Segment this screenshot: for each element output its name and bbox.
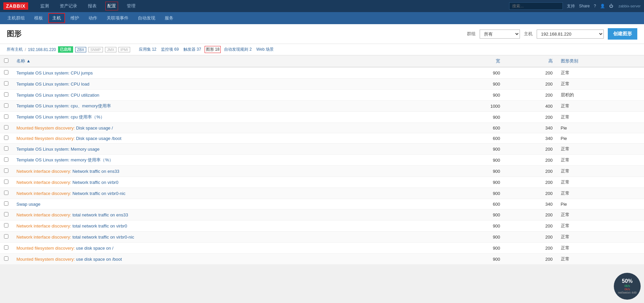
user-icon[interactable]: 👤: [600, 4, 605, 8]
name-prefix[interactable]: Template OS Linux system:: [16, 114, 71, 119]
name-link[interactable]: Network traffic on virbr0-nic: [72, 191, 125, 196]
name-link[interactable]: total network traffic on virbr0-nic: [72, 235, 134, 240]
subnav-discovery[interactable]: 自动发现: [134, 13, 159, 23]
name-link[interactable]: Disk space usage /boot: [76, 136, 121, 141]
tag-zbx: ZBX: [75, 47, 86, 52]
name-link[interactable]: Memory usage: [71, 147, 100, 152]
row-checkbox[interactable]: [4, 168, 8, 173]
row-checkbox[interactable]: [4, 191, 8, 195]
row-checkbox[interactable]: [4, 212, 8, 216]
tab-appsets[interactable]: 应用集 12: [138, 46, 158, 53]
nav-admin[interactable]: 管理: [125, 2, 138, 10]
create-graph-button[interactable]: 创建图形: [608, 28, 637, 40]
row-checkbox[interactable]: [4, 92, 8, 97]
name-link[interactable]: CPU utilization: [71, 93, 99, 98]
col-type[interactable]: 图形类别: [557, 55, 644, 67]
name-prefix[interactable]: Template OS Linux system:: [16, 103, 71, 108]
breadcrumb-all-hosts[interactable]: 所有主机: [7, 47, 23, 52]
row-checkbox[interactable]: [4, 157, 8, 162]
cell-height: 200: [504, 90, 557, 101]
subnav-templates[interactable]: 模板: [30, 13, 47, 23]
name-prefix[interactable]: Template OS Linux system:: [16, 82, 71, 87]
top-navigation: ZABBIX 监测 资产记录 报表 配置 管理 支持 Share ? 👤 ⏻ z…: [0, 0, 644, 12]
row-checkbox[interactable]: [4, 70, 8, 74]
tab-triggers[interactable]: 触发器 37: [182, 46, 203, 53]
row-checkbox[interactable]: [4, 136, 8, 140]
name-prefix[interactable]: Mounted filesystem discovery:: [16, 246, 76, 251]
cell-width: 600: [443, 123, 504, 133]
name-link[interactable]: use disk space on /boot: [76, 257, 122, 262]
row-checkbox[interactable]: [4, 114, 8, 119]
col-width[interactable]: 宽: [443, 55, 504, 67]
row-checkbox[interactable]: [4, 180, 8, 184]
breadcrumb-host[interactable]: 192.168.81.220: [28, 47, 56, 52]
cell-type: Pie: [557, 133, 644, 144]
name-link[interactable]: cpu 使用率（%）: [71, 114, 105, 119]
subnav-hostgroups[interactable]: 主机群组: [3, 13, 29, 23]
name-prefix[interactable]: Mounted filesystem discovery:: [16, 257, 76, 262]
share-link[interactable]: Share: [579, 4, 590, 8]
page-controls: 群组 所有 主机 192.168.81.220 创建图形: [467, 28, 637, 40]
support-link[interactable]: 支持: [567, 3, 575, 9]
power-icon[interactable]: ⏻: [609, 4, 613, 8]
name-link[interactable]: Network traffic on virbr0: [72, 180, 118, 185]
name-link[interactable]: total network traffic on ens33: [72, 212, 128, 217]
help-icon[interactable]: ?: [594, 4, 596, 8]
name-prefix[interactable]: Network interface discovery:: [16, 169, 72, 174]
nav-assets[interactable]: 资产记录: [58, 2, 79, 10]
search-input[interactable]: [509, 2, 563, 10]
row-checkbox[interactable]: [4, 146, 8, 151]
group-select[interactable]: 所有: [480, 30, 520, 39]
name-prefix[interactable]: Network interface discovery:: [16, 180, 72, 185]
name-prefix[interactable]: Template OS Linux system:: [16, 157, 71, 162]
tab-graphs[interactable]: 图形 18: [205, 46, 221, 53]
row-checkbox[interactable]: [4, 125, 8, 130]
name-prefix[interactable]: Template OS Linux system:: [16, 70, 71, 75]
host-select[interactable]: 192.168.81.220: [537, 30, 604, 39]
name-link[interactable]: memory 使用率（%）: [71, 157, 113, 162]
name-prefix[interactable]: Network interface discovery:: [16, 191, 72, 196]
name-prefix[interactable]: Network interface discovery:: [16, 235, 72, 240]
row-checkbox[interactable]: [4, 256, 8, 261]
name-prefix[interactable]: Template OS Linux system:: [16, 93, 71, 98]
row-checkbox[interactable]: [4, 201, 8, 206]
select-all-checkbox[interactable]: [4, 58, 8, 63]
subnav-actions[interactable]: 动作: [85, 13, 101, 23]
row-checkbox[interactable]: [4, 234, 8, 239]
nav-monitor[interactable]: 监测: [38, 2, 51, 10]
tab-web[interactable]: Web 场景: [255, 46, 275, 53]
row-checkbox[interactable]: [4, 103, 8, 108]
subnav-correlations[interactable]: 关联项事件: [103, 13, 132, 23]
col-name[interactable]: 名称 ▲: [12, 55, 443, 67]
name-prefix[interactable]: Network interface discovery:: [16, 212, 72, 217]
name-link[interactable]: CPU load: [71, 82, 90, 87]
name-prefix[interactable]: Network interface discovery:: [16, 223, 72, 229]
name-link[interactable]: Disk space usage /: [76, 125, 113, 131]
tab-discovery[interactable]: 自动发现规则 2: [223, 46, 253, 53]
breadcrumb-sep1: /: [25, 47, 26, 52]
name-link[interactable]: Network traffic on ens33: [72, 169, 119, 174]
name-link[interactable]: cpu、memory使用率: [71, 103, 111, 108]
name-prefix[interactable]: Mounted filesystem discovery:: [16, 136, 76, 141]
col-height[interactable]: 高: [504, 55, 557, 67]
subnav-services[interactable]: 服务: [161, 13, 177, 23]
name-link[interactable]: use disk space on /: [76, 246, 113, 251]
name-link[interactable]: Swap usage: [16, 202, 41, 207]
subnav-hosts[interactable]: 主机: [48, 13, 65, 23]
zabbix-logo[interactable]: ZABBIX: [3, 2, 28, 10]
name-link[interactable]: CPU jumps: [71, 70, 93, 75]
row-checkbox[interactable]: [4, 223, 8, 228]
cell-width: 900: [443, 232, 504, 243]
cell-height: 200: [504, 232, 557, 243]
select-all-header[interactable]: [0, 55, 12, 67]
name-link[interactable]: total network traffic on virbr0: [72, 223, 127, 229]
subnav-maintenance[interactable]: 维护: [66, 13, 83, 23]
nav-config[interactable]: 配置: [105, 2, 118, 10]
nav-reports[interactable]: 报表: [86, 2, 99, 10]
name-prefix[interactable]: Template OS Linux system:: [16, 147, 71, 152]
tab-monitors[interactable]: 监控项 69: [160, 46, 180, 53]
row-checkbox[interactable]: [4, 81, 8, 86]
row-checkbox[interactable]: [4, 245, 8, 250]
cell-height: 200: [504, 254, 557, 265]
name-prefix[interactable]: Mounted filesystem discovery:: [16, 125, 76, 131]
